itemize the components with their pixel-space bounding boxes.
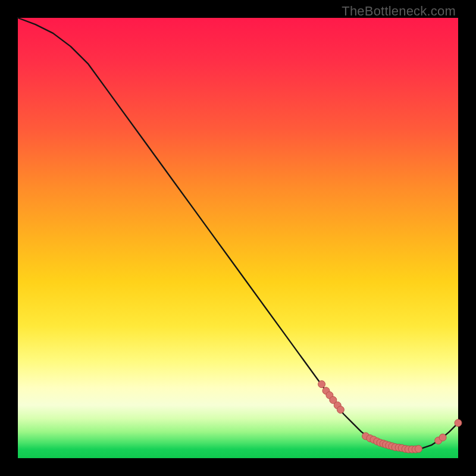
data-marker — [439, 434, 446, 441]
data-marker — [455, 419, 462, 427]
watermark-text: TheBottleneck.com — [342, 4, 456, 19]
chart-frame: TheBottleneck.com — [0, 0, 476, 476]
marker-layer — [318, 381, 462, 453]
plot-area — [18, 18, 458, 458]
curve-svg — [18, 18, 458, 458]
data-marker — [318, 381, 325, 388]
data-marker — [337, 406, 344, 414]
bottleneck-curve — [18, 18, 458, 449]
data-marker — [415, 445, 422, 452]
